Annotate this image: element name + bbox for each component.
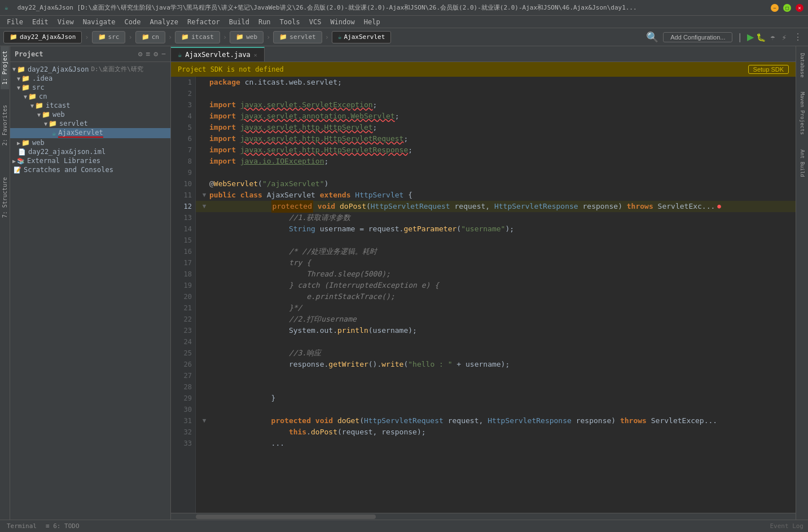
bottom-bar: Terminal ≡ 6: TODO Event Log [0,520,808,532]
tab-close-button[interactable]: ✕ [254,52,257,58]
sort-icon[interactable]: ≡ [146,50,151,58]
breadcrumb-separator3: › [168,33,172,41]
menu-analyze[interactable]: Analyze [145,17,183,27]
code-line-27 [196,370,796,381]
right-tab-ant[interactable]: Ant Build [798,145,806,182]
menu-view[interactable]: View [53,17,78,27]
minimize-button[interactable]: − [771,4,779,12]
add-configuration-button[interactable]: Add Configuration... [663,32,732,42]
menu-tools[interactable]: Tools [275,17,305,27]
arrow-icon: ▼ [24,94,27,100]
right-tab-maven[interactable]: Maven Projects [798,87,806,139]
tree-item-external-libs[interactable]: ▶ 📚 External Libraries [10,156,170,165]
tree-item-web-pkg[interactable]: ▼ 📁 web [10,110,170,119]
run-button[interactable]: ▶ [747,32,754,42]
search-button[interactable]: 🔍 [646,31,658,43]
folder-icon: 📁 [35,102,43,109]
breadcrumb-cn[interactable]: 📁 cn [135,31,165,43]
gear-icon[interactable]: ⚙ [138,50,143,58]
code-line-4: import javax.servlet.annotation.WebServl… [196,111,796,122]
tree-label: External Libraries [27,157,100,165]
maximize-button[interactable]: □ [783,4,791,12]
breadcrumb-root[interactable]: 📁 day22_Ajax&Json [3,31,82,43]
menu-edit[interactable]: Edit [28,17,53,27]
folder-icon: 📁 [279,33,287,41]
settings-icon[interactable]: ⚙ [153,50,158,58]
code-line-23: System.out.println(username); [196,325,796,336]
menu-run[interactable]: Run [254,17,275,27]
folder-icon: 📁 [236,33,244,41]
line-num-12: 12 [174,201,192,212]
tree-item-servlet-pkg[interactable]: ▼ 📁 servlet [10,119,170,128]
horizontal-scrollbar[interactable] [171,513,796,520]
tree-item-web-folder[interactable]: ▶ 📁 web [10,138,170,147]
collapse-icon[interactable]: − [161,50,166,58]
line-num-21: 21 [174,302,192,314]
line-num-29: 29 [174,393,192,404]
setup-sdk-button[interactable]: Setup SDK [748,65,789,74]
tree-item-scratches[interactable]: 📝 Scratches and Consoles [10,165,170,174]
tree-item-ajaxservlet[interactable]: ☕ AjaxServlet [10,128,170,138]
line-num-8: 8 [174,156,192,167]
sdk-warning-bar: Project SDK is not defined Setup SDK [171,62,796,77]
file-tab-ajaxservlet[interactable]: ☕ AjaxServlet.java ✕ [171,47,265,61]
code-editor[interactable]: package cn.itcast.web.servlet; import ja… [196,77,796,513]
tree-item-idea[interactable]: ▼ 📁 .idea [10,74,170,83]
error-indicator: ● [717,201,721,212]
breadcrumb-src[interactable]: 📁 src [92,31,126,43]
menu-window[interactable]: Window [326,17,359,27]
line-num-33: 33 [174,438,192,449]
titlebar: ☕ day22_Ajax&Json [D:\桌面文件\研究生阶段\java学习\… [0,0,808,16]
line-num-10: 10 [174,178,192,190]
menu-navigate[interactable]: Navigate [78,17,120,27]
breadcrumb-itcast[interactable]: 📁 itcast [175,31,220,43]
breadcrumb-ajaxservlet[interactable]: ☕ AjaxServlet [332,31,391,43]
fold-arrow-11[interactable]: ▼ [203,190,207,201]
left-sidebar-tabs: 1: Project 2: Favorites 7: Structure [0,46,10,520]
menu-refactor[interactable]: Refactor [183,17,225,27]
more-actions-button[interactable]: ⋮ [791,32,805,42]
breadcrumb-web[interactable]: 📁 web [230,31,264,43]
tree-label: cn [39,93,47,100]
tree-path: D:\桌面文件\研究 [91,65,143,73]
right-tab-database[interactable]: Database [798,49,806,82]
terminal-tab[interactable]: Terminal [5,522,39,530]
menu-help[interactable]: Help [359,17,385,27]
line-num-30: 30 [174,404,192,415]
tree-label: itcast [46,102,70,109]
breadcrumb-separator2: › [128,33,132,41]
fold-arrow-31[interactable]: ▼ [203,415,207,427]
todo-tab[interactable]: ≡ 6: TODO [43,522,82,530]
tree-item-itcast[interactable]: ▼ 📁 itcast [10,101,170,110]
line-num-2: 2 [174,88,192,99]
folder-icon: 📁 [17,65,25,73]
tree-item-root[interactable]: ▼ 📁 day22_Ajax&Json D:\桌面文件\研究 [10,64,170,74]
arrow-icon: ▼ [30,103,34,109]
tree-item-cn[interactable]: ▼ 📁 cn [10,92,170,101]
bottom-right-info: Event Log [770,522,803,530]
sidebar-tab-favorites[interactable]: 2: Favorites [1,100,9,150]
menu-file[interactable]: File [2,17,28,27]
toolbar: 📁 day22_Ajax&Json › 📁 src › 📁 cn › 📁 itc… [0,28,808,46]
menu-code[interactable]: Code [120,17,146,27]
line-num-32: 32 [174,427,192,438]
scrollbar-thumb[interactable] [196,515,376,519]
menu-vcs[interactable]: VCS [305,17,326,27]
profile-button[interactable]: ⚡ [780,33,789,42]
sidebar-tab-project[interactable]: 1: Project [1,46,9,89]
keyword-package: package [209,77,240,88]
editor-area: ☕ AjaxServlet.java ✕ Project SDK is not … [171,46,796,520]
arrow-icon: ▼ [44,121,47,127]
project-panel-title: Project [15,50,138,58]
debug-button[interactable]: 🐛 [756,33,766,42]
sidebar-tab-structure[interactable]: 7: Structure [1,173,9,222]
breadcrumb-servlet[interactable]: 📁 servlet [273,31,322,43]
close-button[interactable]: ✕ [796,4,803,12]
code-line-1: package cn.itcast.web.servlet; [196,77,796,88]
fold-arrow-12[interactable]: ▼ [203,201,207,212]
coverage-button[interactable]: ☂ [768,33,777,42]
tree-item-src[interactable]: ▼ 📁 src [10,83,170,92]
tree-item-iml[interactable]: 📄 day22_ajax&json.iml [10,147,170,156]
menu-build[interactable]: Build [225,17,254,27]
file-icon: 📄 [18,148,26,156]
